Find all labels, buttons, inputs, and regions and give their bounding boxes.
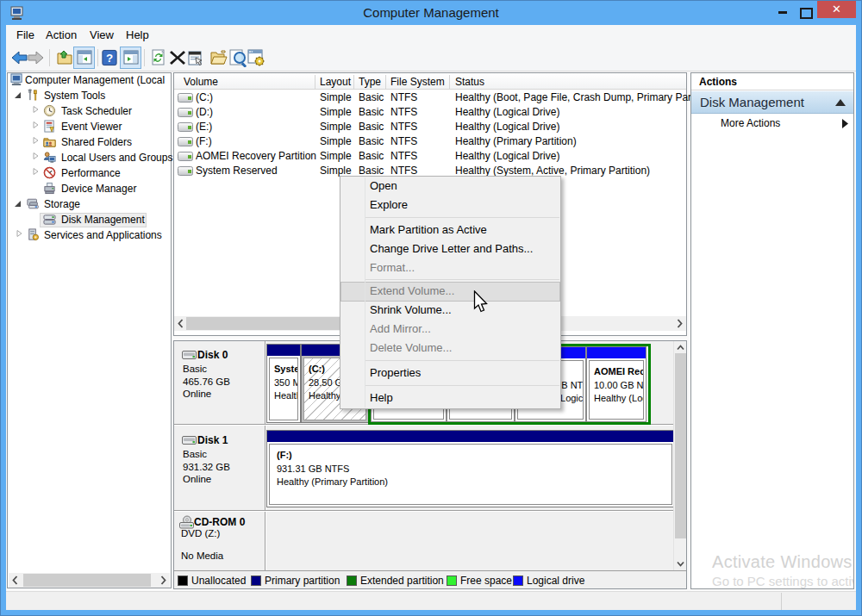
svg-text:?: ?	[106, 52, 113, 65]
